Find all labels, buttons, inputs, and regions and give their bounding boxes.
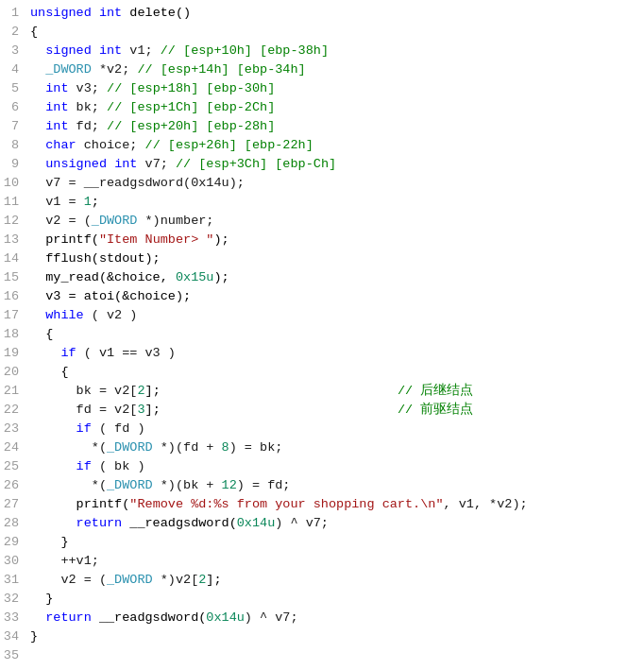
- code-line: printf("Remove %d:%s from your shopping …: [30, 495, 644, 514]
- code-line: signed int v1; // [esp+10h] [ebp-38h]: [30, 42, 644, 60]
- code-line: _DWORD *v2; // [esp+14h] [ebp-34h]: [30, 60, 644, 79]
- line-number: 14: [0, 249, 19, 268]
- code-line: *(_DWORD *)(bk + 12) = fd;: [30, 476, 644, 495]
- line-number: 30: [0, 552, 19, 571]
- code-line: *(_DWORD *)(fd + 8) = bk;: [30, 438, 644, 457]
- code-line: if ( fd ): [30, 420, 644, 438]
- line-number: 16: [0, 287, 19, 306]
- line-number: 31: [0, 571, 19, 590]
- code-line: printf("Item Number> ");: [30, 231, 644, 249]
- code-line: }: [30, 627, 644, 646]
- line-number: 26: [0, 476, 19, 495]
- line-number: 21: [0, 382, 19, 401]
- line-number: 22: [0, 401, 19, 420]
- line-number: 6: [0, 98, 19, 117]
- code-line: while ( v2 ): [30, 306, 644, 325]
- line-number: 2: [0, 23, 19, 42]
- line-number: 1: [0, 4, 19, 23]
- line-number: 28: [0, 514, 19, 533]
- line-number: 4: [0, 60, 19, 79]
- line-number: 9: [0, 155, 19, 174]
- code-line: bk = v2[2]; // 后继结点: [30, 382, 644, 401]
- line-number: 11: [0, 193, 19, 212]
- line-number: 17: [0, 306, 19, 325]
- line-number: 15: [0, 268, 19, 287]
- line-number: 34: [0, 627, 19, 646]
- line-number: 33: [0, 609, 19, 627]
- line-number: 18: [0, 325, 19, 344]
- line-number: 12: [0, 212, 19, 231]
- line-number: 20: [0, 363, 19, 382]
- code-line: {: [30, 23, 644, 42]
- code-line: return __readgsdword(0x14u) ^ v7;: [30, 609, 644, 627]
- line-number: 13: [0, 231, 19, 249]
- line-numbers: 1234567891011121314151617181920212223242…: [0, 4, 26, 665]
- code-line: fd = v2[3]; // 前驱结点: [30, 401, 644, 420]
- code-line: {: [30, 325, 644, 344]
- code-line: my_read(&choice, 0x15u);: [30, 268, 644, 287]
- line-number: 10: [0, 174, 19, 193]
- code-line: v2 = (_DWORD *)v2[2];: [30, 571, 644, 590]
- code-line: }: [30, 533, 644, 552]
- code-container: 1234567891011121314151617181920212223242…: [0, 0, 644, 669]
- code-lines: unsigned int delete(){ signed int v1; //…: [26, 4, 644, 665]
- code-line: char choice; // [esp+26h] [ebp-22h]: [30, 136, 644, 155]
- line-number: 32: [0, 590, 19, 609]
- code-line: if ( v1 == v3 ): [30, 344, 644, 363]
- code-line: int v3; // [esp+18h] [ebp-30h]: [30, 79, 644, 98]
- code-line: if ( bk ): [30, 457, 644, 476]
- line-number: 7: [0, 117, 19, 136]
- code-line: }: [30, 590, 644, 609]
- line-number: 29: [0, 533, 19, 552]
- line-number: 23: [0, 420, 19, 438]
- line-number: 35: [0, 646, 19, 665]
- line-number: 19: [0, 344, 19, 363]
- line-number: 24: [0, 438, 19, 457]
- code-line: v1 = 1;: [30, 193, 644, 212]
- line-number: 3: [0, 42, 19, 60]
- code-line: unsigned int v7; // [esp+3Ch] [ebp-Ch]: [30, 155, 644, 174]
- code-line: v3 = atoi(&choice);: [30, 287, 644, 306]
- code-line: fflush(stdout);: [30, 249, 644, 268]
- code-line: return __readgsdword(0x14u) ^ v7;: [30, 514, 644, 533]
- code-line: unsigned int delete(): [30, 4, 644, 23]
- line-number: 25: [0, 457, 19, 476]
- line-number: 27: [0, 495, 19, 514]
- line-number: 5: [0, 79, 19, 98]
- code-line: int bk; // [esp+1Ch] [ebp-2Ch]: [30, 98, 644, 117]
- code-line: v7 = __readgsdword(0x14u);: [30, 174, 644, 193]
- code-line: int fd; // [esp+20h] [ebp-28h]: [30, 117, 644, 136]
- code-line: {: [30, 363, 644, 382]
- code-line: v2 = (_DWORD *)number;: [30, 212, 644, 231]
- line-number: 8: [0, 136, 19, 155]
- code-line: ++v1;: [30, 552, 644, 571]
